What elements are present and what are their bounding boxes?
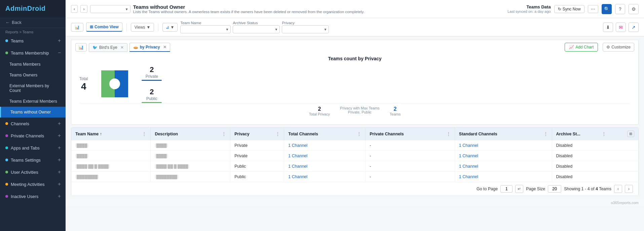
total-channels-link[interactable]: 1 Channel [288, 174, 307, 179]
col-menu-private-channels[interactable]: ⋮ [446, 131, 451, 136]
sidebar-item-teams-members[interactable]: Teams Members [0, 59, 66, 70]
sort-team-name[interactable]: Team Name ↑ [75, 132, 102, 136]
th-description: Description ⋮ [151, 128, 230, 140]
back-button[interactable]: ← Back [0, 17, 66, 28]
sidebar-item-teams-settings[interactable]: Teams Settings + [0, 154, 66, 166]
table-row: ████████Private1 Channel-1 ChannelDisabl… [71, 140, 638, 151]
app-logo[interactable]: AdminDroid [0, 0, 66, 17]
private-label: Private [142, 74, 162, 79]
sidebar-item-inactive-users[interactable]: Inactive Users + [0, 190, 66, 202]
cell-standard-channels: 1 Channel [455, 172, 552, 182]
topbar-left: ‹ › ▼ Teams without Owner Lists the Team… [71, 4, 365, 14]
dot-icon [5, 52, 8, 54]
views-button[interactable]: Views ▼ [131, 23, 154, 32]
customize-button[interactable]: ⚙ Customize [603, 43, 634, 52]
total-channels-link[interactable]: 1 Channel [288, 154, 307, 158]
filter-icon: ⊿ [166, 25, 169, 30]
privacy-filter[interactable] [282, 25, 329, 33]
expand-icon: + [58, 193, 61, 199]
page-dropdown[interactable] [90, 5, 130, 13]
th-total-channels: Total Channels ⋮ [284, 128, 366, 140]
sync-info: Teams Data Last synced on: a day ago [507, 4, 551, 13]
sidebar-item-teams-membership[interactable]: Teams Membership − [0, 47, 66, 59]
page-enter-button[interactable]: ↵ [515, 185, 523, 193]
chart-icon-button[interactable]: 📊 [75, 43, 87, 52]
more-options-button[interactable]: ··· [588, 5, 598, 13]
chart-view-icon: 📊 [75, 25, 80, 30]
toolbar-separator [126, 23, 127, 31]
sidebar-item-teams-without-owner[interactable]: Teams without Owner [0, 107, 66, 118]
birds-eye-tab[interactable]: 🐦 Bird's Eye ✕ [89, 43, 127, 52]
sidebar-item-user-activities[interactable]: User Activities + [0, 166, 66, 178]
sidebar-item-apps-and-tabs[interactable]: Apps and Tabs + [0, 142, 66, 154]
cell-privacy: Private [230, 151, 284, 161]
page-number-input[interactable] [500, 185, 513, 193]
sidebar: AdminDroid ← Back Reports > Teams Teams … [0, 0, 66, 231]
archive-status-filter[interactable] [233, 25, 280, 33]
pagination-bar: Go to Page ↵ Page Size Showing 1 - 4 of … [71, 182, 638, 196]
chart-view-button[interactable]: 📊 [71, 23, 83, 32]
views-chevron-icon: ▼ [147, 25, 151, 30]
pie-chart [101, 70, 128, 98]
add-chart-button[interactable]: 📈 Add Chart [565, 43, 598, 52]
next-page-button[interactable]: › [625, 185, 633, 193]
go-to-page-label: Go to Page [477, 187, 498, 191]
col-menu-team-name[interactable]: ⋮ [142, 131, 146, 136]
nav-prev-button[interactable]: ‹ [71, 5, 78, 13]
cell-total-channels: 1 Channel [284, 172, 366, 182]
stat1-num: 2 [309, 106, 330, 112]
sidebar-item-teams-owners[interactable]: Teams Owners [0, 70, 66, 80]
combo-view-label: Combo View [94, 25, 119, 29]
standard-channels-link[interactable]: 1 Channel [459, 174, 478, 179]
birds-eye-close-icon[interactable]: ✕ [120, 45, 124, 50]
cell-description: ████ [151, 151, 230, 161]
nav-next-button[interactable]: › [80, 5, 87, 13]
table-row: ████████Private1 Channel-1 ChannelDisabl… [71, 151, 638, 161]
column-settings-button[interactable]: ⊞ [627, 131, 634, 137]
sidebar-item-external-members-count[interactable]: External Members by Count [0, 80, 66, 96]
cell-standard-channels: 1 Channel [455, 151, 552, 161]
private-bar [142, 80, 162, 81]
settings-button[interactable]: ⚙ [629, 4, 639, 14]
filter-button[interactable]: ⊿ ▼ [162, 23, 178, 32]
col-menu-archive-status[interactable]: ⋮ [602, 131, 606, 136]
sync-now-button[interactable]: ↻ Sync Now [554, 5, 584, 13]
by-privacy-icon: 🥧 [133, 45, 138, 50]
total-channels-link[interactable]: 1 Channel [288, 143, 307, 148]
by-privacy-close-icon[interactable]: ✕ [163, 45, 166, 50]
table-row: ████ ██ █ ████████ ██ █ ████Public1 Chan… [71, 161, 638, 172]
sidebar-item-channels[interactable]: Channels + [0, 118, 66, 130]
page-title: Teams without Owner [133, 4, 365, 10]
total-label: Total [79, 76, 88, 81]
cell-standard-channels: 1 Channel [455, 140, 552, 151]
cell-team-name: ████ [71, 140, 151, 151]
col-menu-total-channels[interactable]: ⋮ [357, 131, 361, 136]
col-menu-privacy[interactable]: ⋮ [275, 131, 280, 136]
sidebar-item-private-channels[interactable]: Private Channels + [0, 130, 66, 142]
page-size-input[interactable] [548, 185, 561, 193]
prev-page-button[interactable]: ‹ [614, 185, 622, 193]
col-menu-standard-channels[interactable]: ⋮ [543, 131, 548, 136]
collapse-icon: − [58, 50, 61, 56]
team-name-filter[interactable] [180, 25, 231, 33]
export-download-button[interactable]: ⬇ [603, 23, 613, 32]
sync-btn-label: Sync Now [563, 7, 581, 11]
cell-privacy: Private [230, 140, 284, 151]
views-label: Views [135, 25, 145, 30]
col-menu-description[interactable]: ⋮ [222, 131, 226, 136]
standard-channels-link[interactable]: 1 Channel [459, 154, 478, 158]
standard-channels-link[interactable]: 1 Channel [459, 164, 478, 169]
sidebar-item-label: External Members by Count [9, 84, 61, 93]
standard-channels-link[interactable]: 1 Channel [459, 143, 478, 148]
sidebar-item-teams-external-members[interactable]: Teams External Members [0, 96, 66, 107]
sidebar-item-meeting-activities[interactable]: Meeting Activities + [0, 178, 66, 190]
search-button[interactable]: 🔍 [602, 4, 612, 14]
export-share-button[interactable]: ↗ [629, 23, 639, 32]
by-privacy-tab[interactable]: 🥧 by Privacy ✕ [129, 43, 170, 52]
combo-view-button[interactable]: ⊞ Combo View [86, 23, 122, 32]
help-button[interactable]: ? [615, 4, 625, 14]
sidebar-item-teams[interactable]: Teams + [0, 35, 66, 47]
total-channels-link[interactable]: 1 Channel [288, 164, 307, 169]
export-email-button[interactable]: ✉ [616, 23, 626, 32]
stat1-label: Total Privacy [309, 112, 330, 116]
